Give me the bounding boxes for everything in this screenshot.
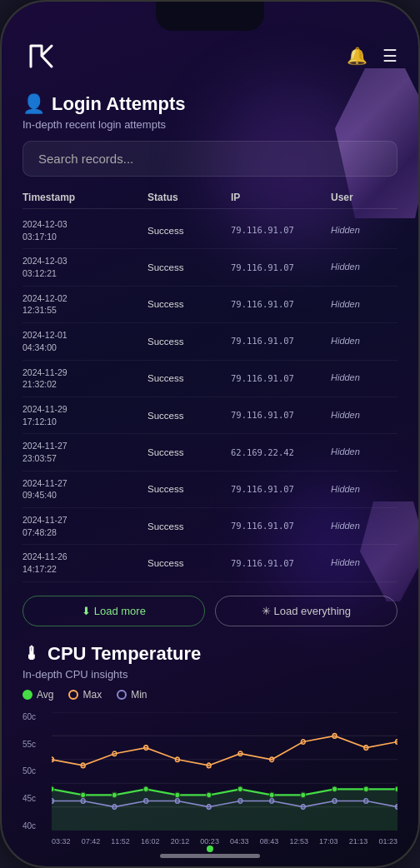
cell-status: Success: [148, 520, 231, 533]
cpu-temperature-section: 🌡 CPU Temperature In-depth CPU insights …: [2, 643, 418, 852]
cell-status: Success: [148, 482, 231, 496]
cpu-title-text: CPU Temperature: [48, 643, 201, 665]
svg-point-34: [207, 805, 211, 809]
notification-icon[interactable]: 🔔: [347, 46, 368, 66]
svg-point-35: [238, 799, 242, 803]
avg-dot: [22, 690, 32, 700]
cell-status: Success: [148, 261, 231, 274]
svg-point-33: [175, 799, 179, 803]
phone-notch: [156, 2, 264, 31]
svg-point-39: [364, 799, 368, 803]
svg-point-16: [395, 786, 398, 792]
main-content: 👤 Login Attempts In-depth recent login a…: [2, 85, 418, 866]
cell-ip: 79.116.91.07: [231, 335, 331, 347]
cell-user: Hidden: [331, 446, 398, 458]
y-label-45: 45c: [22, 794, 36, 803]
x-label: 21:13: [349, 837, 368, 846]
cell-ip: 79.116.91.07: [231, 224, 331, 237]
cell-ip: 79.116.91.07: [231, 262, 331, 274]
x-label: 03:32: [52, 837, 71, 846]
cpu-section-header: 🌡 CPU Temperature In-depth CPU insights: [22, 643, 398, 681]
login-attempts-section: 👤 Login Attempts In-depth recent login a…: [2, 93, 418, 626]
svg-point-17: [52, 757, 53, 761]
col-ip: IP: [231, 192, 331, 203]
cell-ip: 79.116.91.07: [231, 483, 331, 496]
cell-status: Success: [148, 556, 231, 570]
min-dot: [117, 690, 127, 700]
cell-ip: 79.116.91.07: [231, 520, 331, 532]
login-section-title: 👤 Login Attempts: [22, 93, 398, 115]
x-label: 16:02: [141, 837, 160, 846]
cell-user: Hidden: [331, 335, 398, 347]
cell-timestamp: 2024-12-03 03:12:21: [22, 255, 148, 279]
x-label: 00:23: [200, 837, 219, 846]
cell-user: Hidden: [331, 261, 398, 273]
cell-timestamp: 2024-11-26 14:17:22: [22, 551, 148, 575]
svg-point-5: [52, 786, 54, 792]
search-input[interactable]: Search records...: [22, 141, 398, 177]
login-table: Timestamp Status IP User 2024-12-03 03:1…: [22, 187, 398, 582]
svg-point-24: [270, 757, 274, 761]
table-row: 2024-11-27 09:45:40Success79.116.91.07Hi…: [22, 471, 398, 508]
table-row: 2024-11-27 23:03:57Success62.169.22.42Hi…: [22, 434, 398, 471]
svg-point-23: [238, 751, 242, 756]
svg-point-10: [207, 792, 212, 798]
svg-point-37: [301, 805, 305, 809]
col-user: User: [331, 192, 398, 203]
load-more-button[interactable]: ⬇ Load more: [22, 596, 205, 626]
table-row: 2024-12-01 04:34:00Success79.116.91.07Hi…: [22, 323, 398, 360]
svg-point-31: [112, 805, 117, 809]
svg-point-30: [81, 799, 85, 803]
cell-status: Success: [148, 335, 231, 348]
x-label: 08:43: [260, 837, 279, 846]
y-label-55: 55c: [22, 740, 36, 749]
x-label: 12:53: [289, 837, 308, 846]
login-title-icon: 👤: [22, 93, 45, 115]
svg-point-38: [332, 799, 337, 803]
home-dot-indicator: [207, 846, 213, 852]
svg-point-22: [207, 763, 211, 767]
cell-user: Hidden: [331, 224, 398, 237]
app-logo: [22, 39, 64, 72]
load-everything-button[interactable]: ✳ Load everything: [215, 596, 398, 626]
svg-point-13: [301, 792, 306, 798]
cell-status: Success: [148, 446, 231, 459]
cell-user: Hidden: [331, 298, 398, 311]
y-label-60: 60c: [22, 712, 36, 721]
col-status: Status: [148, 192, 231, 203]
svg-point-21: [175, 757, 179, 761]
cell-ip: 79.116.91.07: [231, 298, 331, 311]
cell-timestamp: 2024-12-02 12:31:55: [22, 292, 148, 317]
y-label-40: 40c: [22, 821, 36, 831]
svg-point-8: [143, 786, 148, 792]
legend-avg: Avg: [22, 689, 53, 701]
avg-label: Avg: [37, 689, 53, 701]
chart-x-axis: 03:3207:4211:5216:0220:1200:2304:3308:43…: [52, 837, 398, 846]
cell-timestamp: 2024-11-27 23:03:57: [22, 440, 148, 464]
table-header: Timestamp Status IP User: [22, 187, 398, 209]
menu-icon[interactable]: ☰: [382, 46, 398, 66]
cell-status: Success: [148, 372, 231, 385]
min-label: Min: [131, 689, 147, 701]
max-label: Max: [82, 689, 102, 701]
x-label: 01:23: [378, 837, 398, 846]
login-title-text: Login Attempts: [52, 93, 186, 115]
cell-status: Success: [148, 409, 231, 422]
svg-point-29: [52, 799, 53, 803]
svg-point-27: [364, 746, 368, 750]
chart-legend: Avg Max Min: [22, 689, 398, 701]
search-placeholder: Search records...: [38, 152, 133, 166]
x-label: 20:12: [171, 837, 190, 846]
table-row: 2024-12-03 03:17:10Success79.116.91.07Hi…: [22, 212, 398, 249]
cell-ip: 79.116.91.07: [231, 557, 331, 570]
svg-point-26: [332, 733, 337, 737]
svg-point-7: [112, 792, 117, 798]
svg-point-28: [396, 740, 398, 744]
cell-user: Hidden: [331, 556, 398, 569]
svg-point-19: [112, 751, 117, 756]
svg-point-15: [363, 786, 368, 792]
login-section-subtitle: In-depth recent login attempts: [22, 118, 398, 131]
cell-timestamp: 2024-12-01 04:34:00: [22, 329, 148, 353]
chart-y-axis: 60c 55c 50c 45c 40c: [22, 712, 36, 846]
table-row: 2024-11-29 21:32:02Success79.116.91.07Hi…: [22, 361, 398, 397]
